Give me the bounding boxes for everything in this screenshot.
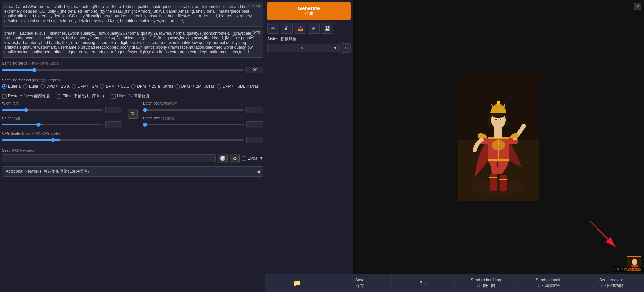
svg-rect-5 bbox=[489, 177, 497, 178]
sampling-method-label: Sampling method 采样方法(Sampler) bbox=[2, 78, 263, 83]
trash-button[interactable]: 🗑 bbox=[281, 23, 293, 34]
extra-checkbox-box bbox=[242, 156, 246, 161]
save-toolbar-button[interactable]: 💾 bbox=[321, 23, 333, 34]
height-slider[interactable] bbox=[2, 124, 103, 125]
bottom-action-bar: 📁 Save 保存 Zip Send to img2img >> 图生图 Sen… bbox=[265, 274, 644, 292]
close-image-button[interactable]: ✕ bbox=[634, 3, 641, 10]
send-inpaint-cn: >> 局部重绘 bbox=[538, 283, 560, 289]
send-inpaint-label: Send to inpaint bbox=[536, 278, 562, 282]
radio-dpm2sakarras[interactable]: DPM++ 2S a Karras bbox=[131, 84, 173, 89]
batch-size-value[interactable]: 1 bbox=[246, 121, 263, 128]
batch-count-slider[interactable] bbox=[143, 109, 244, 111]
svg-point-11 bbox=[492, 140, 505, 150]
pencil-button[interactable]: ✏ bbox=[267, 23, 279, 34]
sampling-method-section: Sampling method 采样方法(Sampler) Euler a Eu… bbox=[2, 77, 263, 90]
batch-col: Batch count 生成批次 1 Batch size 每批数量 1 bbox=[143, 101, 263, 128]
radio-dpm2sa[interactable]: DPM++ 2S a bbox=[40, 84, 70, 89]
positive-prompt-box: 96/150 <lora:DynastyWarriors_wu_cloth:1>… bbox=[2, 2, 263, 27]
generated-image-container bbox=[353, 0, 644, 274]
radio-circle-dpm2mkarras bbox=[175, 84, 180, 89]
thumbnail-strip bbox=[627, 256, 641, 271]
extra-dropdown-icon: ▼ bbox=[259, 156, 263, 161]
styles-label: Styles 模板风格 bbox=[267, 36, 351, 42]
styles-refresh-button[interactable]: ↻ bbox=[341, 43, 351, 53]
negative-prompt-input[interactable]: breast, Lacteal sulcus, sketches, (worst… bbox=[4, 31, 261, 54]
radio-dpmsde[interactable]: DPM++ SDE bbox=[100, 84, 129, 89]
arrow-overlay bbox=[563, 215, 631, 255]
thumbnail-item[interactable] bbox=[627, 256, 641, 271]
save-button[interactable]: Save 保存 bbox=[328, 274, 392, 292]
image-display-area: ✕ bbox=[353, 0, 644, 274]
width-value[interactable]: 512 bbox=[105, 107, 122, 113]
negative-prompt-box: 0/75 breast, Lacteal sulcus, sketches, (… bbox=[2, 29, 263, 58]
radio-circle-euler-a bbox=[2, 84, 7, 89]
checkbox-group: Restore faces 面部修复 Tiling 平铺/分块 (Tiling)… bbox=[2, 93, 263, 99]
extra-label: Extra bbox=[248, 156, 257, 161]
swap-dimensions-button[interactable]: ⇅ bbox=[128, 109, 138, 119]
seed-section: Seed 随机种子(seed) -1 🎲 ♻ Extra ▼ bbox=[2, 147, 263, 164]
send-img2img-label: Send to img2img bbox=[471, 278, 501, 282]
radio-circle-dpmsde bbox=[100, 84, 104, 89]
styles-clear-icon: ✕ bbox=[300, 46, 303, 50]
batch-size-slider[interactable] bbox=[143, 124, 244, 125]
positive-prompt-input[interactable]: <lora:DynastyWarriors_wu_cloth:1>,<lora:… bbox=[4, 4, 261, 23]
batch-count-label: Batch count 生成批次 bbox=[143, 101, 263, 106]
send-img2img-button[interactable]: Send to img2img >> 图生图 bbox=[455, 274, 518, 292]
hires-fix-checkbox[interactable]: Hires. fix 高清修复 bbox=[111, 93, 150, 99]
generate-area: Generate 生成 ✏ 🗑 📤 ⊞ 💾 Styles 模板风格 bbox=[265, 0, 353, 274]
seed-row: -1 🎲 ♻ Extra ▼ bbox=[2, 154, 263, 163]
radio-circle-euler bbox=[23, 84, 28, 89]
height-label: Height 高度 bbox=[2, 116, 122, 121]
send-extras-cn: >> 附加功能 bbox=[601, 283, 623, 289]
folder-icon: 📁 bbox=[293, 279, 301, 287]
zip-button[interactable]: Zip bbox=[392, 274, 455, 292]
svg-point-25 bbox=[495, 119, 497, 120]
negative-counter: 0/75 bbox=[251, 30, 262, 35]
height-value[interactable]: 768 bbox=[105, 121, 122, 128]
batch-count-value[interactable]: 1 bbox=[246, 107, 263, 113]
right-panel: Generate 生成 ✏ 🗑 📤 ⊞ 💾 Styles 模板风格 bbox=[265, 0, 644, 292]
send-img2img-cn: >> 图生图 bbox=[477, 283, 495, 289]
additional-networks-collapse-icon: ◀ bbox=[257, 169, 260, 174]
svg-line-28 bbox=[590, 221, 615, 247]
extra-checkbox[interactable]: Extra ▼ bbox=[242, 156, 263, 161]
restore-faces-checkbox[interactable]: Restore faces 面部修复 bbox=[2, 93, 50, 99]
sampling-steps-section: Sampling steps 采样迭代步数(Steps) 20 bbox=[2, 60, 263, 75]
width-slider[interactable] bbox=[2, 109, 103, 111]
send-extras-label: Send to extras bbox=[599, 278, 625, 282]
sampling-steps-slider[interactable] bbox=[2, 69, 244, 71]
radio-dpm2mkarras[interactable]: DPM++ 2M Karras bbox=[175, 84, 215, 89]
svg-point-14 bbox=[521, 124, 526, 128]
radio-euler-a[interactable]: Euler a bbox=[2, 84, 21, 89]
radio-dpmsdekarras[interactable]: DPM++ SDE Karras bbox=[217, 84, 259, 89]
radio-euler[interactable]: Euler bbox=[23, 84, 38, 89]
generate-button[interactable]: Generate 生成 bbox=[267, 2, 351, 20]
tiling-checkbox[interactable]: Tiling 平铺/分块 (Tiling) bbox=[57, 93, 104, 99]
zip-label: Zip bbox=[420, 281, 426, 285]
sampling-method-group: Euler a Euler DPM++ 2S a DPM++ 2M DPM++ … bbox=[2, 84, 263, 89]
sampling-steps-value[interactable]: 20 bbox=[246, 67, 263, 73]
seed-recycle-button[interactable]: ♻ bbox=[230, 154, 240, 163]
grid-button[interactable]: ⊞ bbox=[308, 23, 320, 34]
save-cn: 保存 bbox=[356, 283, 364, 289]
seed-random-button[interactable]: 🎲 bbox=[218, 154, 228, 163]
width-col: Width 宽度 512 Height 高度 768 bbox=[2, 101, 122, 128]
left-panel: 96/150 <lora:DynastyWarriors_wu_cloth:1>… bbox=[0, 0, 265, 292]
seed-input[interactable]: -1 bbox=[2, 154, 216, 162]
send-extras-button[interactable]: Send to extras >> 附加功能 bbox=[581, 274, 644, 292]
additional-networks-label: Additional Networks 可选附加网络(LoRA插件) bbox=[6, 169, 89, 174]
folder-button[interactable]: 📁 bbox=[265, 274, 328, 292]
svg-point-2 bbox=[471, 180, 525, 194]
radio-circle-dpmsdekarras bbox=[217, 84, 221, 89]
radio-dpm2m[interactable]: DPM++ 2M bbox=[72, 84, 98, 89]
restore-faces-box bbox=[2, 94, 7, 99]
cfg-slider[interactable] bbox=[2, 139, 244, 141]
svg-point-22 bbox=[500, 105, 502, 107]
upload-button[interactable]: 📤 bbox=[294, 23, 306, 34]
cfg-value[interactable]: 7 bbox=[246, 137, 263, 143]
additional-networks-section[interactable]: Additional Networks 可选附加网络(LoRA插件) ◀ bbox=[2, 166, 263, 177]
seed-label: Seed 随机种子(seed) bbox=[2, 148, 263, 153]
styles-dropdown[interactable]: ✕ ▼ bbox=[267, 44, 340, 52]
send-inpaint-button[interactable]: Send to inpaint >> 局部重绘 bbox=[518, 274, 581, 292]
right-top: Generate 生成 ✏ 🗑 📤 ⊞ 💾 Styles 模板风格 bbox=[265, 0, 644, 274]
